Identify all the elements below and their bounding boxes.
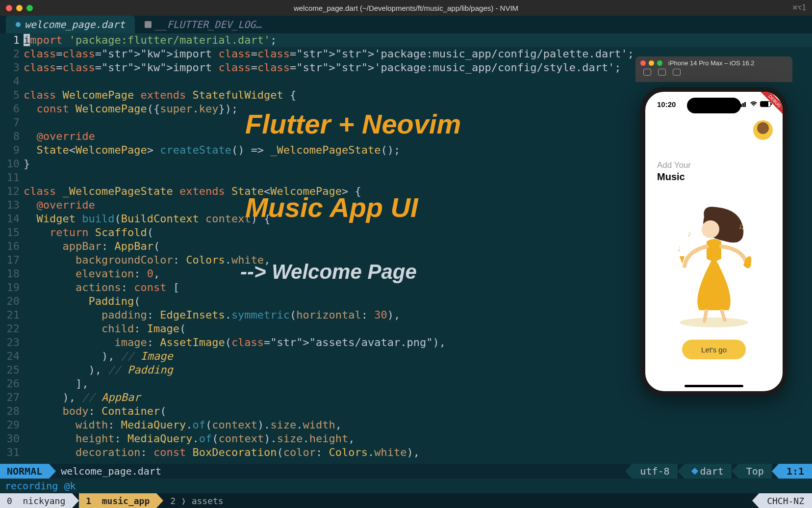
titlebar: welcome_page.dart (~/Developments/ft/mus… <box>0 0 812 16</box>
phone-frame: DEBUG 10:20 Add Your Music <box>640 87 787 396</box>
avatar[interactable] <box>753 120 773 140</box>
tab-label: welcome_page.dart <box>25 19 125 30</box>
tmux-session[interactable]: 0 nickyang <box>0 493 72 508</box>
svg-text:♫: ♫ <box>738 222 744 231</box>
traffic-lights <box>6 5 33 11</box>
svg-point-0 <box>680 318 748 327</box>
tab-modified-icon <box>16 22 21 27</box>
sim-close-icon[interactable] <box>640 60 646 66</box>
titlebar-shortcut-hint: ⌘⌥1 <box>793 3 806 12</box>
lets-go-label: Let's go <box>701 346 727 354</box>
svg-point-1 <box>702 220 719 238</box>
tmux-window[interactable]: 2 ❭ assets <box>163 493 230 508</box>
statusline-filetype: dart <box>685 464 732 479</box>
sim-maximize-icon[interactable] <box>657 60 662 66</box>
filetype-icon <box>691 468 698 475</box>
minimize-icon[interactable] <box>16 5 23 11</box>
close-icon[interactable] <box>6 5 12 11</box>
tab-file-icon <box>145 21 152 28</box>
tab-welcome-page[interactable]: welcome_page.dart <box>6 16 135 33</box>
sim-home-icon[interactable] <box>643 69 651 76</box>
home-indicator[interactable] <box>685 385 743 387</box>
window-title: welcome_page.dart (~/Developments/ft/mus… <box>0 4 812 12</box>
tab-flutter-dev-log[interactable]: __FLUTTER_DEV_LOG… <box>135 16 272 33</box>
mode-indicator: NORMAL <box>0 464 49 479</box>
heading-subtitle: Add Your <box>657 160 771 170</box>
battery-icon <box>760 101 771 107</box>
maximize-icon[interactable] <box>26 5 33 11</box>
wifi-icon <box>749 101 758 107</box>
phone-content: Add Your Music <box>645 116 783 359</box>
dynamic-island <box>687 98 741 113</box>
statusbar-time: 10:20 <box>657 100 676 108</box>
tmux-statusbar: 0 nickyang 1 music_app 2 ❭ assets CHCH-N… <box>0 493 812 508</box>
code-line[interactable]: width: MediaQuery.of(context).size.width… <box>24 418 812 432</box>
statusline: NORMAL welcome_page.dart utf-8 dart Top … <box>0 464 812 479</box>
statusline-position: 1:1 <box>779 464 812 479</box>
message-line: recording @k <box>0 479 812 493</box>
line-number-gutter: 1234567891011121314151617181920212223242… <box>0 33 24 464</box>
ios-simulator: iPhone 14 Pro Max – iOS 16.2 DEBUG 10:20… <box>635 56 792 420</box>
statusline-scroll: Top <box>738 464 772 479</box>
tab-label: __FLUTTER_DEV_LOG… <box>155 19 262 30</box>
sim-screenshot-icon[interactable] <box>658 69 666 76</box>
svg-line-2 <box>704 309 707 322</box>
svg-text:♩: ♩ <box>677 245 681 253</box>
tmux-active-window[interactable]: 1 music_app <box>79 493 156 508</box>
sim-minimize-icon[interactable] <box>649 60 654 66</box>
code-line[interactable]: height: MediaQuery.of(context).size.heig… <box>24 432 812 446</box>
sim-rotate-icon[interactable] <box>673 69 681 76</box>
welcome-illustration: ♪ ♫ ♩ <box>657 202 771 330</box>
heading-title: Music <box>657 171 771 183</box>
statusline-filename: welcome_page.dart <box>61 465 161 477</box>
statusline-encoding: utf-8 <box>632 464 677 479</box>
tmux-right-status: CHCH-NZ <box>759 493 812 508</box>
tabbar: welcome_page.dart __FLUTTER_DEV_LOG… <box>0 16 812 33</box>
simulator-device-title: iPhone 14 Pro Max – iOS 16.2 <box>668 59 755 67</box>
lets-go-button[interactable]: Let's go <box>682 340 746 359</box>
code-line[interactable]: import 'package:flutter/material.dart'; <box>24 33 812 47</box>
code-line[interactable]: decoration: const BoxDecoration(color: C… <box>24 446 812 459</box>
simulator-window-chrome: iPhone 14 Pro Max – iOS 16.2 <box>635 56 792 82</box>
svg-text:♪: ♪ <box>687 229 691 239</box>
